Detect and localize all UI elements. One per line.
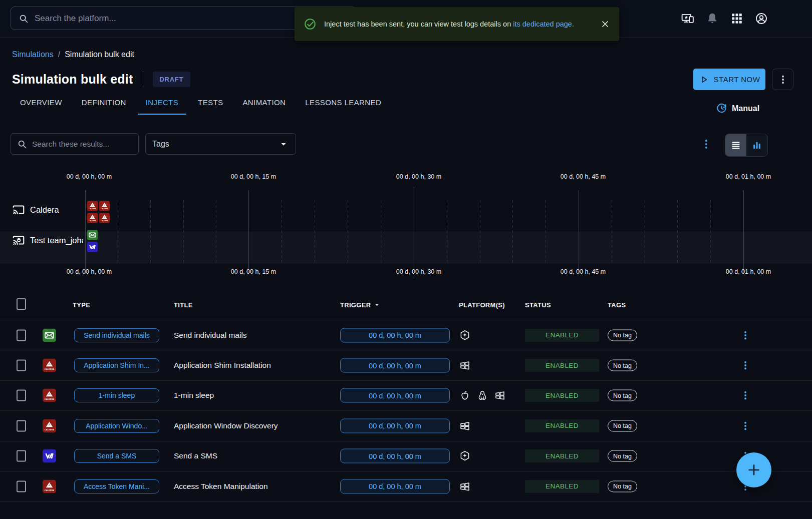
topbar-actions (681, 12, 768, 25)
kebab-icon[interactable] (740, 330, 751, 341)
column-header-tags[interactable]: TAGS (608, 301, 626, 309)
timeline-gridline-minor (216, 200, 216, 264)
trigger-chip[interactable]: 00 d, 00 h, 00 m (340, 358, 450, 373)
row-checkbox[interactable] (17, 329, 26, 341)
inject-type-chip[interactable]: Send a SMS (74, 449, 159, 463)
start-now-button[interactable]: START NOW (693, 69, 765, 90)
timeline-gridline (743, 190, 744, 274)
inject-type-chip[interactable]: 1-min sleep (74, 388, 159, 402)
apps-grid-icon[interactable] (730, 12, 743, 25)
timeline-gridline-minor (183, 200, 184, 264)
caldera-icon[interactable]: CALDERA (99, 213, 110, 223)
execution-mode-label: Manual (732, 104, 759, 113)
injects-table: TYPETITLETRIGGERPLATFORM(S)STATUSTAGS Se… (0, 289, 812, 503)
table-row: CALDERAAccess Token Mani...Access Token … (0, 471, 812, 501)
apple-icon (459, 389, 471, 401)
trigger-chip[interactable]: 00 d, 00 h, 00 m (340, 418, 450, 433)
results-search[interactable] (11, 133, 139, 155)
svg-text:CALDERA: CALDERA (89, 220, 96, 222)
caldera-icon[interactable]: CALDERA (99, 201, 110, 211)
svg-text:CALDERA: CALDERA (89, 208, 96, 210)
devices-star-icon[interactable] (681, 12, 694, 25)
column-header-status[interactable]: STATUS (525, 301, 551, 309)
timeline-gridline-minor (381, 200, 381, 264)
timeline-row-band (0, 232, 812, 264)
tab-tests[interactable]: TESTS (198, 98, 223, 115)
row-checkbox[interactable] (17, 420, 26, 431)
timeline-gridline-minor (677, 200, 678, 264)
inject-type-chip[interactable]: Application Windo... (74, 419, 159, 433)
timeline-axis-label: 00 d, 00 h, 45 m (561, 173, 606, 180)
column-label: STATUS (525, 301, 551, 309)
tab-injects[interactable]: INJECTS (146, 98, 178, 115)
trigger-chip[interactable]: 00 d, 00 h, 00 m (340, 449, 450, 463)
row-checkbox[interactable] (17, 390, 26, 401)
column-header-type[interactable]: TYPE (73, 301, 90, 309)
windows-icon (459, 359, 471, 371)
notifications-icon[interactable] (706, 12, 719, 25)
tab-animation[interactable]: ANIMATION (242, 98, 286, 115)
toast-link[interactable]: its dedicated page. (513, 20, 574, 28)
sms-icon[interactable] (87, 242, 98, 252)
filters-more-button[interactable] (700, 138, 712, 150)
title-divider (143, 72, 143, 87)
inject-type-chip[interactable]: Access Token Mani... (74, 479, 159, 493)
inject-title: Application Window Discovery (174, 421, 278, 430)
caldera-icon[interactable]: CALDERA (87, 201, 98, 211)
caldera-icon[interactable]: CALDERA (87, 213, 98, 223)
chevron-down-icon (278, 139, 289, 150)
timeline-gridline (248, 190, 249, 274)
email-icon[interactable] (87, 230, 98, 240)
column-label: TITLE (174, 301, 193, 309)
tab-lessons-learned[interactable]: LESSONS LEARNED (305, 98, 381, 115)
trigger-chip[interactable]: 00 d, 00 h, 00 m (340, 328, 450, 342)
caldera-icon: CALDERA (43, 359, 56, 372)
injects-timeline: 00 d, 00 h, 00 m00 d, 00 h, 00 m00 d, 00… (0, 170, 812, 286)
column-label: PLATFORM(S) (459, 301, 505, 309)
tag-chip: No tag (608, 390, 637, 401)
trigger-chip[interactable]: 00 d, 00 h, 00 m (340, 388, 450, 403)
email-icon (43, 328, 56, 342)
tab-label: DEFINITION (82, 98, 126, 107)
kebab-icon[interactable] (740, 360, 751, 371)
kebab-icon[interactable] (740, 420, 751, 431)
view-toggle-list[interactable] (725, 134, 746, 156)
column-label: TYPE (73, 301, 90, 309)
svg-text:CALDERA: CALDERA (101, 208, 108, 210)
status-badge: DRAFT (153, 72, 191, 87)
tab-label: TESTS (198, 98, 223, 107)
status-badge: ENABLED (525, 359, 599, 372)
column-header-title[interactable]: TITLE (174, 301, 193, 309)
page-more-button[interactable] (772, 69, 793, 90)
row-checkbox[interactable] (17, 360, 26, 371)
column-header-trigger[interactable]: TRIGGER (340, 301, 380, 309)
account-icon[interactable] (755, 12, 768, 25)
close-icon[interactable] (600, 19, 610, 29)
tab-label: INJECTS (146, 98, 178, 107)
tab-overview[interactable]: OVERVIEW (20, 98, 62, 115)
kebab-icon[interactable] (740, 390, 751, 401)
timeline-axis-label: 00 d, 01 h, 00 m (726, 268, 771, 275)
timeline-gridline-minor (118, 200, 118, 264)
row-checkbox[interactable] (17, 450, 26, 462)
inject-type-chip[interactable]: Send individual mails (74, 328, 159, 342)
tags-select[interactable]: Tags (145, 133, 296, 155)
timeline-gridline (85, 190, 86, 274)
view-toggle-chart[interactable] (746, 134, 767, 156)
tab-definition[interactable]: DEFINITION (82, 98, 126, 115)
windows-icon (459, 420, 471, 432)
column-header-platform-s-[interactable]: PLATFORM(S) (459, 301, 505, 309)
tab-label: LESSONS LEARNED (305, 98, 381, 107)
status-badge: ENABLED (525, 419, 599, 432)
view-mode-toggle (725, 134, 768, 157)
select-all-checkbox[interactable] (17, 298, 26, 310)
results-search-input[interactable] (32, 140, 132, 149)
add-inject-fab[interactable] (736, 452, 771, 487)
row-checkbox[interactable] (17, 480, 26, 492)
inject-type-chip[interactable]: Application Shim In... (74, 358, 159, 372)
windows-icon (494, 389, 506, 401)
trigger-chip[interactable]: 00 d, 00 h, 00 m (340, 479, 450, 493)
manual-update-icon (716, 103, 727, 114)
breadcrumb-simulations-link[interactable]: Simulations (12, 50, 54, 59)
platform-icons (459, 329, 471, 341)
